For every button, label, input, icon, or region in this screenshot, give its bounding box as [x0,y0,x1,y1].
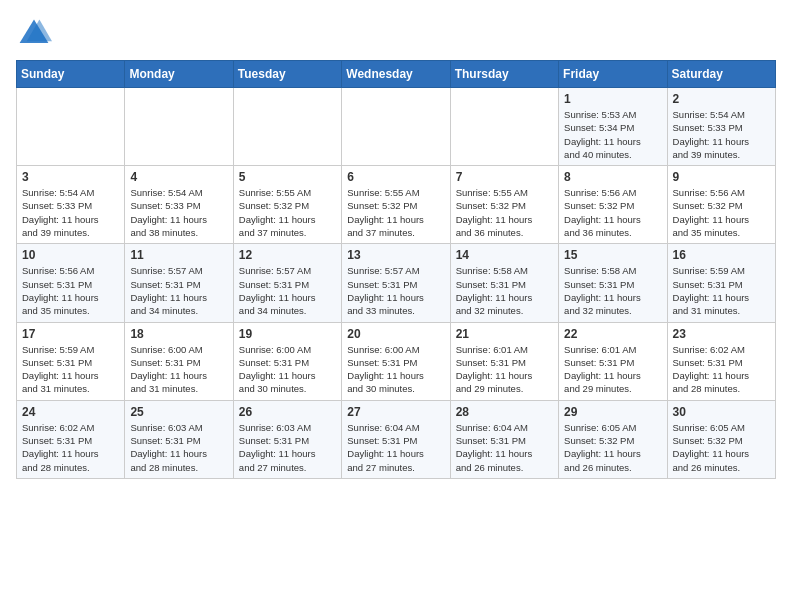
day-info: Sunrise: 6:00 AM Sunset: 5:31 PM Dayligh… [130,343,227,396]
calendar-table: SundayMondayTuesdayWednesdayThursdayFrid… [16,60,776,479]
day-info: Sunrise: 6:04 AM Sunset: 5:31 PM Dayligh… [347,421,444,474]
day-info: Sunrise: 5:58 AM Sunset: 5:31 PM Dayligh… [564,264,661,317]
day-info: Sunrise: 5:55 AM Sunset: 5:32 PM Dayligh… [347,186,444,239]
weekday-header-thursday: Thursday [450,61,558,88]
calendar-week-row: 10Sunrise: 5:56 AM Sunset: 5:31 PM Dayli… [17,244,776,322]
day-number: 5 [239,170,336,184]
calendar-cell: 22Sunrise: 6:01 AM Sunset: 5:31 PM Dayli… [559,322,667,400]
day-info: Sunrise: 5:54 AM Sunset: 5:33 PM Dayligh… [673,108,770,161]
day-info: Sunrise: 6:03 AM Sunset: 5:31 PM Dayligh… [239,421,336,474]
page-header [16,16,776,52]
day-number: 11 [130,248,227,262]
calendar-cell: 2Sunrise: 5:54 AM Sunset: 5:33 PM Daylig… [667,88,775,166]
calendar-cell: 5Sunrise: 5:55 AM Sunset: 5:32 PM Daylig… [233,166,341,244]
calendar-cell: 27Sunrise: 6:04 AM Sunset: 5:31 PM Dayli… [342,400,450,478]
day-number: 21 [456,327,553,341]
day-number: 10 [22,248,119,262]
logo-icon [16,16,52,52]
weekday-header-wednesday: Wednesday [342,61,450,88]
calendar-cell: 8Sunrise: 5:56 AM Sunset: 5:32 PM Daylig… [559,166,667,244]
day-info: Sunrise: 5:56 AM Sunset: 5:32 PM Dayligh… [673,186,770,239]
day-info: Sunrise: 6:01 AM Sunset: 5:31 PM Dayligh… [564,343,661,396]
calendar-week-row: 24Sunrise: 6:02 AM Sunset: 5:31 PM Dayli… [17,400,776,478]
day-number: 30 [673,405,770,419]
calendar-cell: 29Sunrise: 6:05 AM Sunset: 5:32 PM Dayli… [559,400,667,478]
day-info: Sunrise: 6:00 AM Sunset: 5:31 PM Dayligh… [347,343,444,396]
weekday-header-sunday: Sunday [17,61,125,88]
day-info: Sunrise: 5:56 AM Sunset: 5:32 PM Dayligh… [564,186,661,239]
day-number: 8 [564,170,661,184]
calendar-week-row: 3Sunrise: 5:54 AM Sunset: 5:33 PM Daylig… [17,166,776,244]
day-number: 14 [456,248,553,262]
day-number: 1 [564,92,661,106]
calendar-cell: 12Sunrise: 5:57 AM Sunset: 5:31 PM Dayli… [233,244,341,322]
day-info: Sunrise: 5:56 AM Sunset: 5:31 PM Dayligh… [22,264,119,317]
day-info: Sunrise: 6:03 AM Sunset: 5:31 PM Dayligh… [130,421,227,474]
logo [16,16,56,52]
calendar-cell: 14Sunrise: 5:58 AM Sunset: 5:31 PM Dayli… [450,244,558,322]
day-info: Sunrise: 5:55 AM Sunset: 5:32 PM Dayligh… [456,186,553,239]
day-info: Sunrise: 5:58 AM Sunset: 5:31 PM Dayligh… [456,264,553,317]
day-number: 28 [456,405,553,419]
day-info: Sunrise: 5:57 AM Sunset: 5:31 PM Dayligh… [347,264,444,317]
day-info: Sunrise: 6:01 AM Sunset: 5:31 PM Dayligh… [456,343,553,396]
calendar-cell [342,88,450,166]
day-info: Sunrise: 5:55 AM Sunset: 5:32 PM Dayligh… [239,186,336,239]
day-number: 17 [22,327,119,341]
calendar-cell: 24Sunrise: 6:02 AM Sunset: 5:31 PM Dayli… [17,400,125,478]
calendar-cell: 9Sunrise: 5:56 AM Sunset: 5:32 PM Daylig… [667,166,775,244]
day-info: Sunrise: 5:57 AM Sunset: 5:31 PM Dayligh… [239,264,336,317]
calendar-week-row: 17Sunrise: 5:59 AM Sunset: 5:31 PM Dayli… [17,322,776,400]
weekday-header-saturday: Saturday [667,61,775,88]
calendar-cell: 25Sunrise: 6:03 AM Sunset: 5:31 PM Dayli… [125,400,233,478]
day-number: 23 [673,327,770,341]
day-info: Sunrise: 6:02 AM Sunset: 5:31 PM Dayligh… [673,343,770,396]
day-info: Sunrise: 6:04 AM Sunset: 5:31 PM Dayligh… [456,421,553,474]
day-info: Sunrise: 5:54 AM Sunset: 5:33 PM Dayligh… [22,186,119,239]
calendar-body: 1Sunrise: 5:53 AM Sunset: 5:34 PM Daylig… [17,88,776,479]
day-number: 3 [22,170,119,184]
calendar-cell: 4Sunrise: 5:54 AM Sunset: 5:33 PM Daylig… [125,166,233,244]
day-info: Sunrise: 6:00 AM Sunset: 5:31 PM Dayligh… [239,343,336,396]
calendar-cell: 1Sunrise: 5:53 AM Sunset: 5:34 PM Daylig… [559,88,667,166]
calendar-cell: 7Sunrise: 5:55 AM Sunset: 5:32 PM Daylig… [450,166,558,244]
day-number: 2 [673,92,770,106]
day-info: Sunrise: 5:54 AM Sunset: 5:33 PM Dayligh… [130,186,227,239]
calendar-cell: 3Sunrise: 5:54 AM Sunset: 5:33 PM Daylig… [17,166,125,244]
day-info: Sunrise: 5:59 AM Sunset: 5:31 PM Dayligh… [22,343,119,396]
calendar-cell: 16Sunrise: 5:59 AM Sunset: 5:31 PM Dayli… [667,244,775,322]
day-number: 18 [130,327,227,341]
calendar-cell: 17Sunrise: 5:59 AM Sunset: 5:31 PM Dayli… [17,322,125,400]
weekday-header-tuesday: Tuesday [233,61,341,88]
calendar-cell: 18Sunrise: 6:00 AM Sunset: 5:31 PM Dayli… [125,322,233,400]
calendar-cell [17,88,125,166]
day-info: Sunrise: 5:59 AM Sunset: 5:31 PM Dayligh… [673,264,770,317]
calendar-cell [233,88,341,166]
day-number: 9 [673,170,770,184]
calendar-cell: 21Sunrise: 6:01 AM Sunset: 5:31 PM Dayli… [450,322,558,400]
calendar-cell: 28Sunrise: 6:04 AM Sunset: 5:31 PM Dayli… [450,400,558,478]
day-number: 16 [673,248,770,262]
day-number: 15 [564,248,661,262]
day-number: 26 [239,405,336,419]
day-number: 24 [22,405,119,419]
day-number: 27 [347,405,444,419]
weekday-header-monday: Monday [125,61,233,88]
calendar-cell [450,88,558,166]
day-number: 4 [130,170,227,184]
weekday-header-row: SundayMondayTuesdayWednesdayThursdayFrid… [17,61,776,88]
calendar-cell: 6Sunrise: 5:55 AM Sunset: 5:32 PM Daylig… [342,166,450,244]
day-number: 20 [347,327,444,341]
calendar-cell: 26Sunrise: 6:03 AM Sunset: 5:31 PM Dayli… [233,400,341,478]
calendar-cell: 10Sunrise: 5:56 AM Sunset: 5:31 PM Dayli… [17,244,125,322]
day-number: 12 [239,248,336,262]
day-info: Sunrise: 6:05 AM Sunset: 5:32 PM Dayligh… [564,421,661,474]
calendar-week-row: 1Sunrise: 5:53 AM Sunset: 5:34 PM Daylig… [17,88,776,166]
day-info: Sunrise: 5:53 AM Sunset: 5:34 PM Dayligh… [564,108,661,161]
day-number: 22 [564,327,661,341]
day-number: 7 [456,170,553,184]
calendar-cell: 15Sunrise: 5:58 AM Sunset: 5:31 PM Dayli… [559,244,667,322]
calendar-cell: 19Sunrise: 6:00 AM Sunset: 5:31 PM Dayli… [233,322,341,400]
day-number: 19 [239,327,336,341]
day-number: 29 [564,405,661,419]
